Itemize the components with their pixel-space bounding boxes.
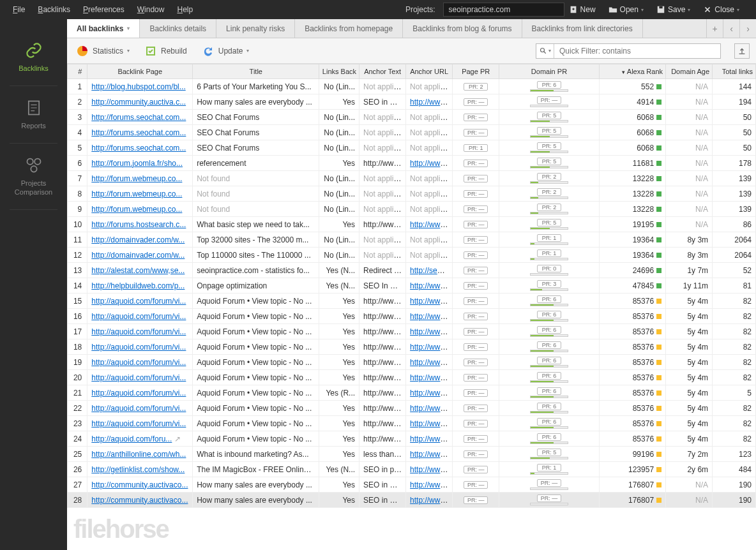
- menu-preferences[interactable]: Preferences: [83, 5, 125, 14]
- backlink-page-link[interactable]: http://community.auctiva.c...: [91, 98, 186, 107]
- anchor-url-link[interactable]: http://www...: [410, 327, 451, 336]
- sidebar-item-reports[interactable]: Reports: [0, 89, 67, 140]
- column-header[interactable]: Domain Age: [666, 64, 713, 79]
- backlink-page-link[interactable]: http://aquoid.com/forum/vi...: [91, 327, 186, 336]
- anchor-url-link[interactable]: http://www...: [410, 343, 451, 352]
- backlink-page-link[interactable]: http://aquoid.com/forum/vi...: [91, 419, 186, 428]
- backlink-page-link[interactable]: http://aquoid.com/forum/vi...: [91, 373, 186, 382]
- backlink-page-link[interactable]: http://getlinklist.com/show...: [91, 465, 185, 474]
- backlink-page-link[interactable]: http://community.auctivaco...: [91, 496, 188, 505]
- backlink-page-link[interactable]: http://aquoid.com/forum/vi...: [91, 312, 186, 321]
- menu-window[interactable]: Window: [137, 5, 165, 14]
- tab-backlinks-from-blog-&-forums[interactable]: Backlinks from blog & forums: [403, 19, 522, 38]
- tab-all-backlinks[interactable]: All backlinks▾: [67, 19, 140, 38]
- backlink-page-link[interactable]: http://helpbuildweb.com/p...: [91, 281, 185, 290]
- column-header[interactable]: Alexa Rank: [599, 64, 665, 79]
- backlink-page-link[interactable]: http://forums.hostsearch.c...: [91, 220, 186, 229]
- menu-backlinks[interactable]: Backlinks: [38, 5, 70, 14]
- new-button[interactable]: New: [565, 5, 600, 14]
- column-header[interactable]: Total links: [713, 64, 756, 79]
- column-header[interactable]: Backlink Page: [87, 64, 193, 79]
- anchor-url-link[interactable]: http://www...: [410, 419, 451, 428]
- table-row[interactable]: 3http://forums.seochat.com...SEO Chat Fo…: [68, 110, 756, 125]
- table-row[interactable]: 1http://blog.hubspot.com/bl...6 Parts of…: [68, 79, 756, 94]
- save-button[interactable]: Save▾: [653, 5, 694, 14]
- backlink-page-link[interactable]: http://aquoid.com/forum/vi...: [91, 297, 186, 306]
- anchor-url-link[interactable]: http://www...: [410, 159, 451, 168]
- backlink-page-link[interactable]: http://aquoid.com/forum/vi...: [91, 343, 186, 352]
- table-row[interactable]: 28http://community.auctivaco...How many …: [68, 493, 756, 508]
- backlink-page-link[interactable]: http://forum.webmeup.co...: [91, 190, 182, 198]
- table-row[interactable]: 15http://aquoid.com/forum/vi...Aquoid Fo…: [68, 294, 756, 309]
- close-button[interactable]: Close▾: [699, 5, 743, 14]
- anchor-url-link[interactable]: http://seoi...: [410, 266, 450, 275]
- backlink-page-link[interactable]: http://anthillonline.com/wh...: [91, 450, 186, 459]
- anchor-url-link[interactable]: http://www...: [410, 373, 451, 382]
- table-row[interactable]: 9http://forum.webmeup.co...Not foundNo (…: [68, 202, 756, 217]
- table-row[interactable]: 5http://forums.seochat.com...SEO Chat Fo…: [68, 140, 756, 156]
- column-header[interactable]: Domain PR: [499, 64, 600, 79]
- backlink-page-link[interactable]: http://aquoid.com/forum/vi...: [91, 358, 186, 367]
- column-header[interactable]: Anchor Text: [359, 64, 406, 79]
- backlink-page-link[interactable]: http://forum.webmeup.co...: [91, 205, 182, 214]
- statistics-button[interactable]: Statistics▾: [73, 42, 132, 60]
- update-button[interactable]: Update▾: [199, 42, 252, 60]
- column-header[interactable]: Title: [193, 64, 319, 79]
- column-header[interactable]: Page PR: [453, 64, 499, 79]
- anchor-url-link[interactable]: http://www...: [410, 404, 451, 413]
- open-button[interactable]: Open▾: [605, 5, 647, 14]
- anchor-url-link[interactable]: http://www...: [410, 358, 451, 367]
- tab-backlinks-from-homepage[interactable]: Backlinks from homepage: [295, 19, 403, 38]
- anchor-url-link[interactable]: http://www...: [410, 281, 451, 290]
- tab-link-penalty-risks[interactable]: Link penalty risks: [216, 19, 295, 38]
- table-row[interactable]: 24http://aquoid.com/foru...↗Aquoid Forum…: [68, 431, 756, 447]
- backlink-page-link[interactable]: http://forums.seochat.com...: [91, 113, 186, 122]
- anchor-url-link[interactable]: http://www...: [410, 496, 451, 505]
- table-row[interactable]: 7http://forum.webmeup.co...Not foundNo (…: [68, 171, 756, 186]
- tab-backlinks-from-link-directories[interactable]: Backlinks from link directories: [522, 19, 643, 38]
- table-row[interactable]: 11http://domainvader.com/w...Top 32000 s…: [68, 232, 756, 248]
- table-row[interactable]: 19http://aquoid.com/forum/vi...Aquoid Fo…: [68, 355, 756, 370]
- sidebar-item-backlinks[interactable]: Backlinks: [0, 32, 67, 82]
- table-row[interactable]: 8http://forum.webmeup.co...Not foundNo (…: [68, 186, 756, 202]
- quick-filter-input[interactable]: [554, 47, 720, 56]
- backlink-page-link[interactable]: http://forums.seochat.com...: [91, 128, 186, 137]
- project-selector[interactable]: seoinpractice.com: [443, 3, 564, 17]
- table-row[interactable]: 10http://forums.hostsearch.c...What basi…: [68, 217, 756, 232]
- menu-file[interactable]: File: [13, 5, 25, 14]
- menu-help[interactable]: Help: [177, 5, 193, 14]
- table-container[interactable]: #Backlink PageTitleLinks BackAnchor Text…: [67, 64, 756, 550]
- table-row[interactable]: 17http://aquoid.com/forum/vi...Aquoid Fo…: [68, 324, 756, 339]
- tab-backlinks-details[interactable]: Backlinks details: [140, 19, 216, 38]
- backlink-page-link[interactable]: http://aquoid.com/foru...: [91, 435, 172, 443]
- tab-scroll-right[interactable]: ›: [739, 19, 756, 38]
- backlink-page-link[interactable]: http://alestat.com/www,se...: [91, 266, 185, 275]
- table-row[interactable]: 13http://alestat.com/www,se...seoinpract…: [68, 263, 756, 278]
- table-row[interactable]: 18http://aquoid.com/forum/vi...Aquoid Fo…: [68, 339, 756, 355]
- anchor-url-link[interactable]: http://www...: [410, 435, 451, 443]
- backlink-page-link[interactable]: http://forums.seochat.com...: [91, 144, 186, 152]
- table-row[interactable]: 25http://anthillonline.com/wh...What is …: [68, 447, 756, 462]
- backlink-page-link[interactable]: http://aquoid.com/forum/vi...: [91, 389, 186, 398]
- table-row[interactable]: 27http://community.auctivaco...How many …: [68, 477, 756, 493]
- anchor-url-link[interactable]: http://www...: [410, 297, 451, 306]
- anchor-url-link[interactable]: http://www...: [410, 98, 451, 107]
- column-header[interactable]: #: [68, 64, 87, 79]
- rebuild-button[interactable]: Rebuild: [142, 42, 190, 60]
- anchor-url-link[interactable]: http://www...: [410, 312, 451, 321]
- tab-scroll-left[interactable]: ‹: [723, 19, 739, 38]
- backlink-page-link[interactable]: http://domainvader.com/w...: [91, 235, 185, 244]
- anchor-url-link[interactable]: http://www...: [410, 480, 451, 489]
- table-row[interactable]: 14http://helpbuildweb.com/p...Onpage opt…: [68, 278, 756, 294]
- table-row[interactable]: 22http://aquoid.com/forum/vi...Aquoid Fo…: [68, 401, 756, 416]
- backlink-page-link[interactable]: http://aquoid.com/forum/vi...: [91, 404, 186, 413]
- anchor-url-link[interactable]: http://www...: [410, 465, 451, 474]
- table-row[interactable]: 2http://community.auctiva.c...How many s…: [68, 94, 756, 110]
- sidebar-item-projects-comparison[interactable]: Projects Comparison: [0, 147, 67, 205]
- table-row[interactable]: 16http://aquoid.com/forum/vi...Aquoid Fo…: [68, 309, 756, 324]
- anchor-url-link[interactable]: http://www...: [410, 450, 451, 459]
- export-button[interactable]: [734, 43, 750, 59]
- anchor-url-link[interactable]: http://www...: [410, 389, 451, 398]
- search-icon[interactable]: ▾: [536, 44, 554, 58]
- tab-add-button[interactable]: +: [706, 19, 723, 38]
